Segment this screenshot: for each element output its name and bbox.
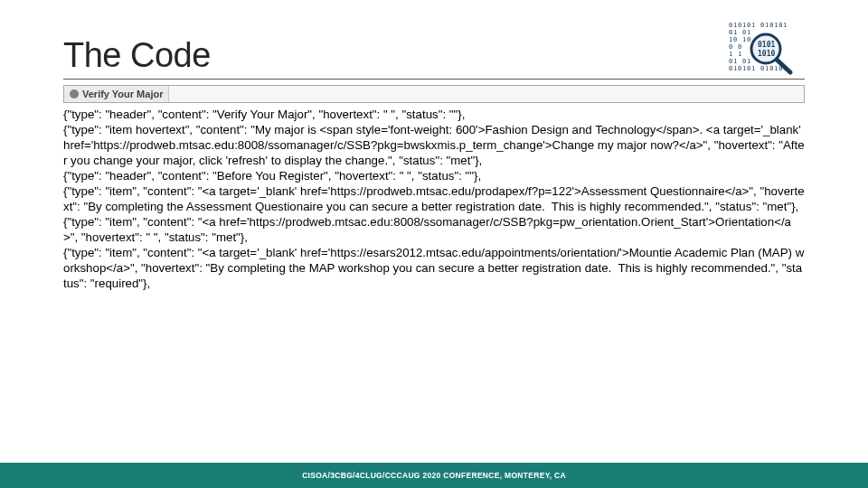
verify-major-header-strip: Verify Your Major: [63, 85, 805, 103]
code-block: {"type": "header", "content": "Verify Yo…: [63, 107, 805, 291]
svg-text:010101 010101: 010101 010101: [729, 65, 788, 72]
svg-text:0          0: 0 0: [729, 43, 742, 51]
svg-text:1          1: 1 1: [729, 51, 742, 58]
header-strip-label: Verify Your Major: [82, 89, 163, 99]
svg-text:01        01: 01 01: [729, 58, 751, 65]
title-underline: [63, 79, 805, 80]
svg-text:010101 010101: 010101 010101: [729, 22, 788, 29]
svg-text:1010: 1010: [758, 50, 775, 58]
footer-text: CISOA/3CBG/4CLUG/CCCAUG 2020 CONFERENCE,…: [302, 471, 566, 480]
slide-footer: CISOA/3CBG/4CLUG/CCCAUG 2020 CONFERENCE,…: [0, 463, 868, 488]
binary-magnifier-icon: 010101 010101 01 01 10 10 0 0 1 1 01 01 …: [727, 20, 805, 83]
svg-text:10        10: 10 10: [729, 36, 751, 43]
svg-text:01        01: 01 01: [729, 29, 751, 36]
svg-text:0101: 0101: [758, 41, 775, 49]
slide-title: The Code: [63, 36, 805, 75]
collapse-dot-icon: [70, 89, 79, 99]
header-strip-spacer: [168, 86, 804, 102]
